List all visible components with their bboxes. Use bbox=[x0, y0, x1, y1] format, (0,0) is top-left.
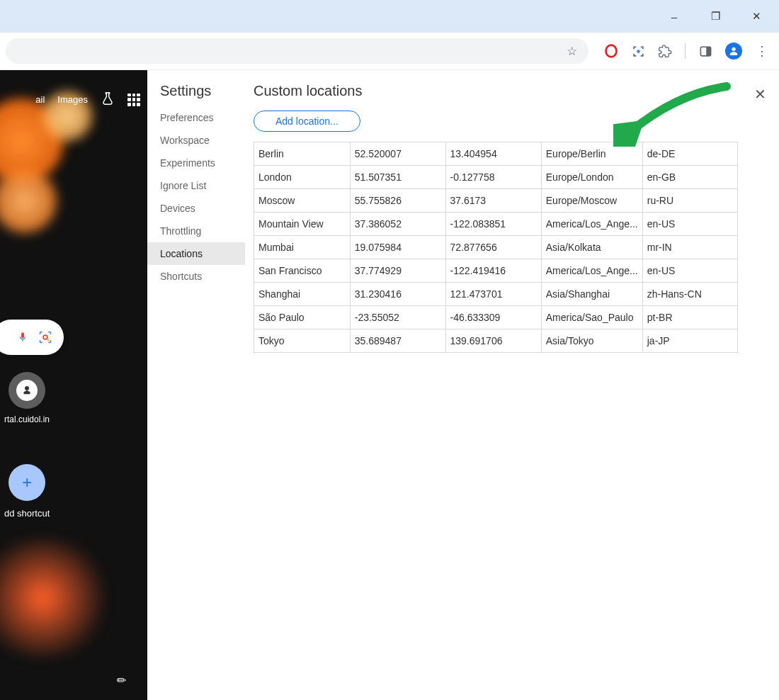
table-cell-name: San Francisco bbox=[254, 259, 351, 283]
browser-toolbar: ☆ ⋮ bbox=[0, 33, 779, 70]
main-content: ail Images rtal.cuidol.in + dd shortcut bbox=[0, 70, 779, 700]
table-cell-lon: -122.083851 bbox=[445, 213, 541, 236]
table-cell-lat: 31.230416 bbox=[350, 283, 445, 306]
table-cell-locale: en-US bbox=[642, 213, 737, 236]
table-cell-name: Mountain View bbox=[254, 213, 351, 236]
table-cell-locale: pt-BR bbox=[642, 306, 737, 329]
table-cell-lon: 13.404954 bbox=[445, 142, 541, 166]
table-row[interactable]: Mountain View37.386052-122.083851America… bbox=[254, 213, 738, 236]
table-cell-lon: 139.691706 bbox=[445, 329, 541, 353]
bookmark-star-icon[interactable]: ☆ bbox=[567, 44, 577, 59]
extensions-icon[interactable] bbox=[658, 44, 672, 58]
panel-title: Custom locations bbox=[254, 83, 362, 99]
devtools-settings: Settings PreferencesWorkspaceExperiments… bbox=[147, 70, 779, 700]
table-cell-name: Shanghai bbox=[254, 283, 351, 306]
sidebar-item-preferences[interactable]: Preferences bbox=[147, 106, 245, 129]
table-row[interactable]: Moscow55.75582637.6173Europe/Moscowru-RU bbox=[254, 189, 738, 213]
table-cell-tz: Asia/Tokyo bbox=[541, 329, 642, 353]
add-shortcut-label: dd shortcut bbox=[4, 508, 50, 519]
toolbar-extensions: ⋮ bbox=[594, 43, 779, 60]
sidebar-item-shortcuts[interactable]: Shortcuts bbox=[147, 265, 245, 288]
window-maximize[interactable]: ❐ bbox=[704, 6, 727, 27]
google-lens-icon[interactable] bbox=[38, 330, 52, 344]
table-cell-locale: de-DE bbox=[642, 142, 737, 166]
settings-title: Settings bbox=[147, 83, 245, 99]
table-row[interactable]: São Paulo-23.55052-46.633309America/Sao_… bbox=[254, 306, 738, 329]
svg-point-0 bbox=[606, 45, 617, 57]
sidebar-item-workspace[interactable]: Workspace bbox=[147, 129, 245, 152]
table-cell-tz: Asia/Shanghai bbox=[541, 283, 642, 306]
svg-point-7 bbox=[47, 339, 50, 341]
table-cell-lat: 55.755826 bbox=[350, 189, 445, 213]
google-apps-icon[interactable] bbox=[127, 94, 140, 106]
table-cell-locale: zh-Hans-CN bbox=[642, 283, 737, 306]
window-minimize[interactable]: – bbox=[663, 6, 686, 27]
page-top-links: ail Images bbox=[35, 91, 140, 108]
lens-extension-icon[interactable] bbox=[631, 44, 645, 58]
images-link[interactable]: Images bbox=[57, 94, 88, 105]
table-cell-name: Mumbai bbox=[254, 236, 351, 259]
table-cell-name: Moscow bbox=[254, 189, 351, 213]
settings-sidebar: Settings PreferencesWorkspaceExperiments… bbox=[147, 70, 245, 700]
table-cell-lon: -0.127758 bbox=[445, 166, 541, 189]
table-cell-lat: 19.075984 bbox=[350, 236, 445, 259]
close-icon[interactable]: ✕ bbox=[749, 83, 772, 106]
table-cell-locale: ja-JP bbox=[642, 329, 737, 353]
table-cell-locale: en-GB bbox=[642, 166, 737, 189]
table-row[interactable]: Mumbai19.07598472.877656Asia/Kolkatamr-I… bbox=[254, 236, 738, 259]
table-row[interactable]: Tokyo35.689487139.691706Asia/Tokyoja-JP bbox=[254, 329, 738, 353]
table-cell-tz: Europe/London bbox=[541, 166, 642, 189]
table-cell-lon: -122.419416 bbox=[445, 259, 541, 283]
table-cell-lon: 37.6173 bbox=[445, 189, 541, 213]
add-location-button[interactable]: Add location... bbox=[254, 111, 360, 132]
sidebar-item-devices[interactable]: Devices bbox=[147, 197, 245, 220]
sidebar-item-locations[interactable]: Locations bbox=[147, 242, 245, 265]
page-shortcut-tile[interactable]: rtal.cuidol.in bbox=[4, 372, 50, 424]
add-shortcut-tile[interactable]: + dd shortcut bbox=[4, 464, 50, 519]
search-tools bbox=[0, 320, 64, 355]
table-cell-lat: 37.386052 bbox=[350, 213, 445, 236]
table-cell-tz: America/Los_Ange... bbox=[541, 259, 642, 283]
table-row[interactable]: Berlin52.52000713.404954Europe/Berlinde-… bbox=[254, 142, 738, 166]
table-cell-locale: mr-IN bbox=[642, 236, 737, 259]
table-row[interactable]: San Francisco37.774929-122.419416America… bbox=[254, 259, 738, 283]
locations-table: Berlin52.52000713.404954Europe/Berlinde-… bbox=[254, 142, 738, 353]
table-row[interactable]: London51.507351-0.127758Europe/Londonen-… bbox=[254, 166, 738, 189]
sidebar-item-ignore-list[interactable]: Ignore List bbox=[147, 174, 245, 197]
table-cell-tz: America/Sao_Paulo bbox=[541, 306, 642, 329]
labs-icon[interactable] bbox=[101, 91, 115, 108]
table-cell-locale: ru-RU bbox=[642, 189, 737, 213]
table-cell-lat: 37.774929 bbox=[350, 259, 445, 283]
table-cell-locale: en-US bbox=[642, 259, 737, 283]
table-cell-lon: 72.877656 bbox=[445, 236, 541, 259]
sidepanel-icon[interactable] bbox=[698, 44, 712, 58]
svg-point-8 bbox=[25, 386, 29, 390]
table-cell-tz: Europe/Moscow bbox=[541, 189, 642, 213]
table-cell-lat: 52.520007 bbox=[350, 142, 445, 166]
customize-pencil-icon[interactable]: ✎ bbox=[113, 672, 130, 689]
svg-point-4 bbox=[732, 47, 735, 51]
gmail-link[interactable]: ail bbox=[35, 94, 45, 105]
microphone-icon[interactable] bbox=[17, 330, 28, 344]
table-cell-name: Berlin bbox=[254, 142, 351, 166]
table-cell-lon: 121.473701 bbox=[445, 283, 541, 306]
kebab-menu-icon[interactable]: ⋮ bbox=[755, 44, 769, 58]
window-close[interactable]: ✕ bbox=[745, 6, 768, 27]
table-cell-lat: -23.55052 bbox=[350, 306, 445, 329]
shortcut-label: rtal.cuidol.in bbox=[4, 414, 50, 424]
svg-point-6 bbox=[43, 335, 47, 339]
profile-avatar-icon[interactable] bbox=[725, 43, 742, 60]
table-row[interactable]: Shanghai31.230416121.473701Asia/Shanghai… bbox=[254, 283, 738, 306]
opera-icon[interactable] bbox=[604, 44, 618, 58]
svg-point-1 bbox=[637, 50, 640, 53]
address-bar[interactable]: ☆ bbox=[6, 38, 588, 64]
table-cell-lat: 51.507351 bbox=[350, 166, 445, 189]
locations-panel: Custom locations ✕ Add location... Berli… bbox=[245, 70, 779, 700]
background-page: ail Images rtal.cuidol.in + dd shortcut bbox=[0, 70, 147, 700]
window-titlebar: – ❐ ✕ bbox=[0, 0, 779, 33]
table-cell-lon: -46.633309 bbox=[445, 306, 541, 329]
sidebar-item-experiments[interactable]: Experiments bbox=[147, 152, 245, 174]
table-cell-name: Tokyo bbox=[254, 329, 351, 353]
sidebar-item-throttling[interactable]: Throttling bbox=[147, 220, 245, 242]
table-cell-lat: 35.689487 bbox=[350, 329, 445, 353]
